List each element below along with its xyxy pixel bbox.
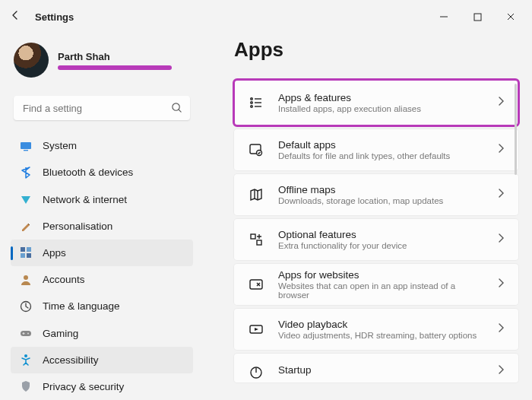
minimize-button[interactable] [427, 5, 461, 28]
svg-rect-5 [27, 247, 31, 252]
card-title: Video playback [278, 319, 483, 330]
nav-label: System [43, 140, 77, 151]
svg-rect-2 [21, 142, 31, 149]
nav-apps[interactable]: Apps [11, 240, 193, 266]
card-title: Optional features [278, 229, 483, 240]
svg-rect-7 [27, 253, 31, 258]
nav-accessibility[interactable]: Accessibility [11, 347, 193, 373]
optional-features-icon [248, 231, 264, 248]
page-title: Apps [234, 38, 518, 62]
search-box[interactable] [14, 96, 190, 120]
list-icon [248, 94, 264, 111]
gaming-icon [20, 327, 32, 339]
card-startup[interactable]: Startup [234, 354, 518, 383]
apps-icon [20, 246, 32, 259]
card-title: Apps for websites [278, 269, 483, 281]
default-apps-icon [248, 141, 264, 158]
svg-rect-0 [474, 14, 481, 21]
network-icon [20, 193, 32, 205]
svg-point-11 [27, 333, 29, 335]
chevron-right-icon [497, 364, 505, 378]
startup-icon [248, 364, 264, 381]
nav-personalisation[interactable]: Personalisation [11, 213, 193, 240]
bluetooth-icon [20, 167, 32, 179]
annotation-underline [58, 65, 172, 70]
sidebar: Parth Shah System Bluetooth & devices Ne… [0, 33, 201, 400]
nav-label: Accessibility [43, 354, 99, 366]
svg-point-13 [251, 98, 253, 100]
chevron-right-icon [497, 96, 505, 110]
main-content: Apps Apps & features Installed apps, app… [201, 33, 532, 400]
svg-rect-19 [257, 240, 261, 245]
card-title: Apps & features [278, 92, 483, 103]
chevron-right-icon [497, 278, 505, 291]
svg-rect-3 [24, 150, 28, 151]
profile-name: Parth Shah [58, 51, 172, 62]
card-optional-features[interactable]: Optional features Extra functionality fo… [234, 219, 518, 260]
nav-label: Gaming [43, 328, 78, 339]
card-default-apps[interactable]: Default apps Defaults for file and link … [234, 129, 518, 170]
nav-network[interactable]: Network & internet [11, 186, 193, 212]
accessibility-icon [20, 354, 32, 366]
nav-accounts[interactable]: Accounts [11, 266, 193, 293]
search-input[interactable] [14, 96, 190, 120]
close-button[interactable] [494, 5, 527, 28]
system-icon [20, 140, 32, 152]
card-subtitle: Defaults for file and link types, other … [278, 151, 483, 160]
nav-label: Apps [43, 247, 66, 259]
svg-point-12 [24, 354, 27, 357]
settings-cards: Apps & features Installed apps, app exec… [234, 80, 518, 383]
account-profile[interactable]: Parth Shah [14, 43, 190, 78]
chevron-right-icon [497, 143, 505, 157]
card-video-playback[interactable]: Video playback Video adjustments, HDR st… [234, 309, 518, 350]
time-icon [20, 300, 32, 313]
video-icon [248, 321, 264, 338]
nav-label: Privacy & security [43, 381, 124, 392]
nav-gaming[interactable]: Gaming [11, 319, 193, 346]
card-apps-websites[interactable]: Apps for websites Websites that can open… [234, 264, 518, 305]
card-subtitle: Websites that can open in an app instead… [278, 281, 483, 300]
svg-rect-6 [21, 253, 25, 258]
card-title: Default apps [278, 139, 483, 151]
card-subtitle: Extra functionality for your device [278, 241, 483, 250]
nav-time[interactable]: Time & language [11, 293, 193, 319]
back-button[interactable] [9, 9, 21, 24]
card-title: Startup [278, 364, 483, 376]
title-bar: Settings [0, 0, 532, 33]
avatar [14, 43, 49, 78]
card-subtitle: Downloads, storage location, map updates [278, 196, 483, 205]
svg-rect-18 [251, 234, 255, 239]
window-title: Settings [35, 11, 74, 23]
svg-point-1 [173, 103, 179, 110]
nav-bluetooth[interactable]: Bluetooth & devices [11, 159, 193, 186]
nav-privacy[interactable]: Privacy & security [11, 373, 193, 400]
chevron-right-icon [497, 188, 505, 202]
card-subtitle: Installed apps, app execution aliases [278, 104, 483, 113]
nav-label: Time & language [43, 300, 120, 312]
svg-rect-10 [21, 331, 31, 336]
search-icon [171, 102, 182, 116]
svg-point-14 [251, 102, 253, 104]
nav-label: Personalisation [43, 221, 112, 232]
apps-websites-icon [248, 276, 264, 293]
nav-list: System Bluetooth & devices Network & int… [11, 132, 193, 400]
svg-rect-4 [21, 247, 25, 252]
maximize-button[interactable] [461, 5, 494, 28]
accounts-icon [20, 274, 32, 286]
privacy-icon [20, 380, 32, 392]
card-apps-features[interactable]: Apps & features Installed apps, app exec… [234, 80, 518, 125]
nav-label: Accounts [43, 274, 85, 285]
svg-point-8 [24, 275, 28, 280]
chevron-right-icon [497, 322, 505, 336]
card-title: Offline maps [278, 184, 483, 195]
map-icon [248, 186, 264, 203]
scrollbar[interactable] [515, 84, 517, 175]
nav-label: Bluetooth & devices [43, 167, 133, 178]
card-offline-maps[interactable]: Offline maps Downloads, storage location… [234, 174, 518, 215]
chevron-right-icon [497, 233, 505, 246]
card-subtitle: Video adjustments, HDR streaming, batter… [278, 331, 483, 340]
nav-label: Network & internet [43, 194, 127, 205]
svg-point-15 [251, 106, 253, 108]
nav-system[interactable]: System [11, 132, 193, 159]
svg-rect-20 [250, 280, 262, 289]
